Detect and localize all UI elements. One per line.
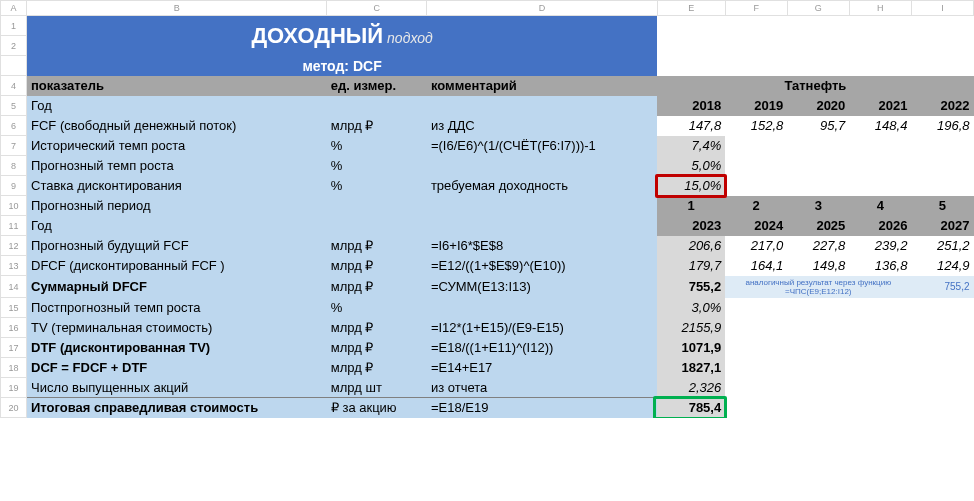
D12[interactable]: =I6+I6*$E$8 <box>427 236 657 256</box>
E19[interactable]: 2,326 <box>657 378 725 398</box>
row-6[interactable]: 6 FCF (свободный денежный поток) млрд ₽ … <box>1 116 974 136</box>
rowhead-12[interactable]: 12 <box>1 236 27 256</box>
E12[interactable]: 206,6 <box>657 236 725 256</box>
col-E[interactable]: E <box>657 1 725 16</box>
F6[interactable]: 152,8 <box>725 116 787 136</box>
col-H[interactable]: H <box>849 1 911 16</box>
I14[interactable]: 755,2 <box>911 276 973 298</box>
col-A[interactable]: A <box>1 1 27 16</box>
B10[interactable]: Прогнозный период <box>27 196 327 216</box>
rowhead-8[interactable]: 8 <box>1 156 27 176</box>
rowhead-5[interactable]: 5 <box>1 96 27 116</box>
C15[interactable]: % <box>327 298 427 318</box>
row-10[interactable]: 10 Прогнозный период 1 2 3 4 5 <box>1 196 974 216</box>
H10[interactable]: 4 <box>849 196 911 216</box>
row-method[interactable]: метод: DCF <box>1 56 974 76</box>
B12[interactable]: Прогнозный будущий FCF <box>27 236 327 256</box>
B8[interactable]: Прогнозный темп роста <box>27 156 327 176</box>
D5[interactable] <box>427 96 657 116</box>
H11[interactable]: 2026 <box>849 216 911 236</box>
E9[interactable]: 15,0% <box>657 176 725 196</box>
D8[interactable] <box>427 156 657 176</box>
E5[interactable]: 2018 <box>657 96 725 116</box>
B9[interactable]: Ставка дисконтирования <box>27 176 327 196</box>
I10[interactable]: 5 <box>911 196 973 216</box>
D18[interactable]: =E14+E17 <box>427 358 657 378</box>
rowhead-16[interactable]: 16 <box>1 318 27 338</box>
C10[interactable] <box>327 196 427 216</box>
B17[interactable]: DTF (дисконтированная TV) <box>27 338 327 358</box>
G10[interactable]: 3 <box>787 196 849 216</box>
G5[interactable]: 2020 <box>787 96 849 116</box>
col-F[interactable]: F <box>725 1 787 16</box>
C13[interactable]: млрд ₽ <box>327 256 427 276</box>
row-18[interactable]: 18 DCF = FDCF + DTF млрд ₽ =E14+E17 1827… <box>1 358 974 378</box>
row-8[interactable]: 8 Прогнозный темп роста % 5,0% <box>1 156 974 176</box>
spreadsheet[interactable]: A B C D E F G H I 1 ДОХОДНЫЙ подход 2 ме… <box>0 0 974 418</box>
col-I[interactable]: I <box>911 1 973 16</box>
B14[interactable]: Суммарный DFCF <box>27 276 327 298</box>
E20[interactable]: 785,4 <box>657 398 725 418</box>
rowhead-7[interactable]: 7 <box>1 136 27 156</box>
F12[interactable]: 217,0 <box>725 236 787 256</box>
rowhead-4[interactable]: 4 <box>1 76 27 96</box>
G11[interactable]: 2025 <box>787 216 849 236</box>
rowhead-18[interactable]: 18 <box>1 358 27 378</box>
company-header[interactable]: Татнефть <box>657 76 973 96</box>
C4[interactable]: ед. измер. <box>327 76 427 96</box>
F13[interactable]: 164,1 <box>725 256 787 276</box>
note-cell[interactable]: аналогичный результат через функцию =ЧПС… <box>725 276 911 298</box>
B20[interactable]: Итоговая справедливая стоимость <box>27 398 327 418</box>
row-12[interactable]: 12 Прогнозный будущий FCF млрд ₽ =I6+I6*… <box>1 236 974 256</box>
D17[interactable]: =E18/((1+E11)^(I12)) <box>427 338 657 358</box>
row-7[interactable]: 7 Исторический темп роста % =(I6/E6)^(1/… <box>1 136 974 156</box>
H12[interactable]: 239,2 <box>849 236 911 256</box>
F11[interactable]: 2024 <box>725 216 787 236</box>
C8[interactable]: % <box>327 156 427 176</box>
col-G[interactable]: G <box>787 1 849 16</box>
col-B[interactable]: B <box>27 1 327 16</box>
row-20[interactable]: 20 Итоговая справедливая стоимость ₽ за … <box>1 398 974 418</box>
rowhead-9[interactable]: 9 <box>1 176 27 196</box>
B13[interactable]: DFCF (дисконтированный FCF ) <box>27 256 327 276</box>
rowhead-17[interactable]: 17 <box>1 338 27 358</box>
row-5[interactable]: 5 Год 2018 2019 2020 2021 2022 <box>1 96 974 116</box>
rowhead-15[interactable]: 15 <box>1 298 27 318</box>
I6[interactable]: 196,8 <box>911 116 973 136</box>
rowhead-6[interactable]: 6 <box>1 116 27 136</box>
F10[interactable]: 2 <box>725 196 787 216</box>
D20[interactable]: =E18/E19 <box>427 398 657 418</box>
col-D[interactable]: D <box>427 1 657 16</box>
C11[interactable] <box>327 216 427 236</box>
C12[interactable]: млрд ₽ <box>327 236 427 256</box>
row-11[interactable]: 11 Год 2023 2024 2025 2026 2027 <box>1 216 974 236</box>
C19[interactable]: млрд шт <box>327 378 427 398</box>
E11[interactable]: 2023 <box>657 216 725 236</box>
row-19[interactable]: 19 Число выпущенных акций млрд шт из отч… <box>1 378 974 398</box>
rowhead-11[interactable]: 11 <box>1 216 27 236</box>
D19[interactable]: из отчета <box>427 378 657 398</box>
D14[interactable]: =СУММ(E13:I13) <box>427 276 657 298</box>
E6[interactable]: 147,8 <box>657 116 725 136</box>
row-14[interactable]: 14 Суммарный DFCF млрд ₽ =СУММ(E13:I13) … <box>1 276 974 298</box>
G6[interactable]: 95,7 <box>787 116 849 136</box>
E8[interactable]: 5,0% <box>657 156 725 176</box>
C18[interactable]: млрд ₽ <box>327 358 427 378</box>
D6[interactable]: из ДДС <box>427 116 657 136</box>
row-9[interactable]: 9 Ставка дисконтирования % требуемая дох… <box>1 176 974 196</box>
row-16[interactable]: 16 TV (терминальная стоимость) млрд ₽ =I… <box>1 318 974 338</box>
E10[interactable]: 1 <box>657 196 725 216</box>
D16[interactable]: =I12*(1+E15)/(E9-E15) <box>427 318 657 338</box>
H6[interactable]: 148,4 <box>849 116 911 136</box>
C6[interactable]: млрд ₽ <box>327 116 427 136</box>
G13[interactable]: 149,8 <box>787 256 849 276</box>
E15[interactable]: 3,0% <box>657 298 725 318</box>
B5[interactable]: Год <box>27 96 327 116</box>
rowhead-20[interactable]: 20 <box>1 398 27 418</box>
B7[interactable]: Исторический темп роста <box>27 136 327 156</box>
D7[interactable]: =(I6/E6)^(1/(СЧЁТ(F6:I7)))-1 <box>427 136 657 156</box>
B19[interactable]: Число выпущенных акций <box>27 378 327 398</box>
G12[interactable]: 227,8 <box>787 236 849 256</box>
I5[interactable]: 2022 <box>911 96 973 116</box>
rowhead-2[interactable]: 2 <box>1 36 27 56</box>
